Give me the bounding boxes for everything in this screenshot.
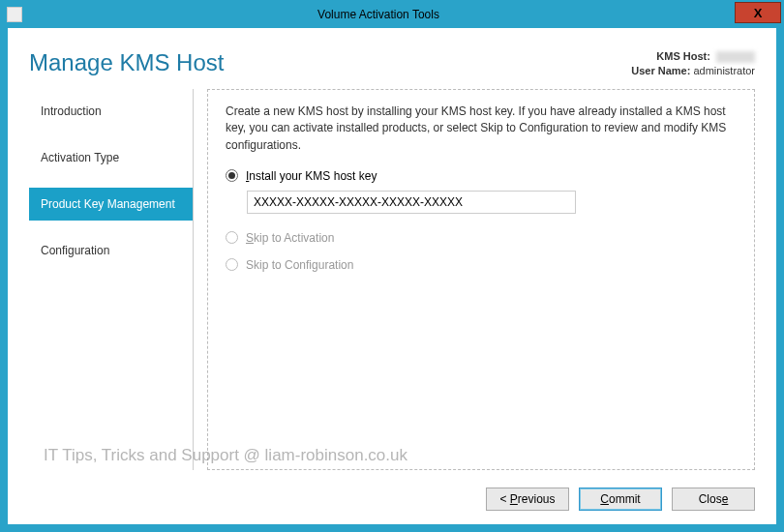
user-name-label: User Name: [631,65,690,76]
page-title: Manage KMS Host [29,49,224,76]
sidebar: Introduction Activation Type Product Key… [29,89,194,470]
content-panel: Create a new KMS host by installing your… [207,89,755,470]
commit-button[interactable]: Commit [579,488,662,511]
close-icon: X [754,6,763,20]
kms-key-field-wrapper [247,191,737,214]
header: Manage KMS Host KMS Host: User Name: adm… [8,28,776,89]
user-name-value: administrator [693,65,755,76]
previous-button[interactable]: < Previous [486,488,569,511]
window-body: Manage KMS Host KMS Host: User Name: adm… [1,28,783,531]
host-info: KMS Host: User Name: administrator [631,49,755,79]
content-description: Create a new KMS host by installing your… [226,103,737,154]
window-close-button[interactable]: X [735,2,781,23]
option-skip-activation: Skip to Activation [226,231,737,245]
close-button[interactable]: Close [672,488,755,511]
radio-icon [226,231,238,244]
kms-key-input[interactable] [247,191,576,214]
option-label: Skip to Configuration [246,258,353,272]
window-title: Volume Activation Tools [22,8,735,21]
nav-configuration[interactable]: Configuration [29,234,193,267]
main-body: Introduction Activation Type Product Key… [8,89,776,478]
nav-introduction[interactable]: Introduction [29,95,193,128]
app-icon [7,7,22,22]
option-label: Skip to Activation [246,231,334,245]
option-label: Install your KMS host key [246,169,377,183]
nav-activation-type[interactable]: Activation Type [29,141,193,174]
radio-icon [226,169,238,182]
footer: < Previous Commit Close [8,478,776,524]
kms-host-label: KMS Host: [656,50,710,62]
option-install-kms-key[interactable]: Install your KMS host key [226,169,737,183]
window-frame: Volume Activation Tools X Manage KMS Hos… [0,0,784,532]
radio-icon [226,258,238,271]
kms-host-value [716,51,755,63]
titlebar: Volume Activation Tools X [1,1,783,28]
nav-product-key-management[interactable]: Product Key Management [29,188,193,221]
option-skip-configuration: Skip to Configuration [226,258,737,272]
